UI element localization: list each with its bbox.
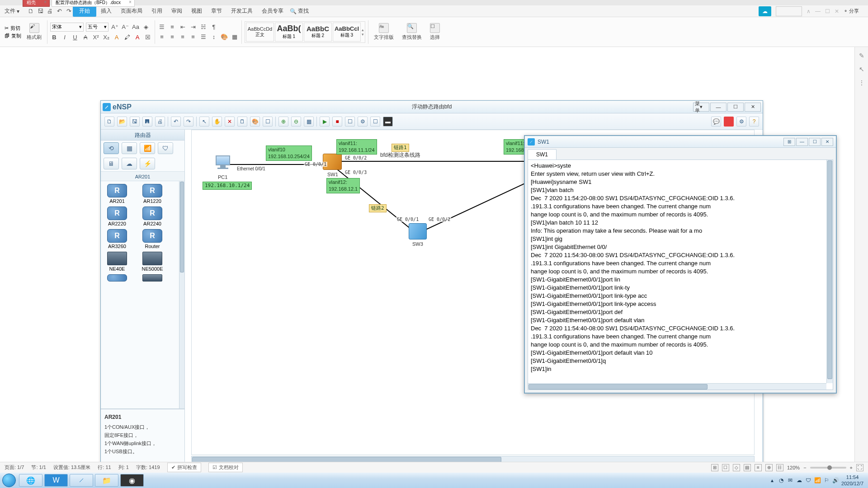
tab-insert[interactable]: 插入: [96, 5, 116, 17]
tab-chapter[interactable]: 章节: [207, 5, 226, 17]
text-effect-button[interactable]: A: [113, 33, 121, 42]
tray-icon[interactable]: ⚐: [823, 477, 830, 483]
char-border-button[interactable]: ☒: [144, 33, 152, 42]
doc-tab-red[interactable]: 稻壳×: [23, 0, 50, 7]
spellcheck-button[interactable]: ✔拼写检查: [167, 463, 201, 472]
tab-review[interactable]: 审阅: [167, 5, 187, 17]
tray-icon[interactable]: 🛡: [805, 477, 811, 483]
task-ensp[interactable]: ⟋: [70, 474, 93, 487]
find-replace-button[interactable]: 🔍查找替换: [399, 19, 425, 46]
cat-pc-icon[interactable]: 🖥: [104, 158, 119, 169]
align-right-icon[interactable]: ≡: [179, 33, 187, 41]
device-ar2220[interactable]: RAR2220: [104, 206, 131, 226]
font-family-select[interactable]: 宋体▾: [50, 23, 84, 32]
align-justify-icon[interactable]: ≡: [189, 33, 197, 41]
redo-icon[interactable]: ↷: [184, 117, 193, 127]
cut-button[interactable]: ✂剪切: [5, 25, 21, 32]
zoom-out-icon[interactable]: ⊖: [291, 117, 301, 127]
view-mode-icon[interactable]: ⊕: [765, 464, 773, 471]
toolbar-icon[interactable]: 🗋: [27, 7, 35, 15]
maximize-icon[interactable]: ☐: [727, 103, 744, 112]
italic-button[interactable]: I: [61, 33, 69, 42]
select-icon[interactable]: ↖: [858, 65, 866, 73]
share-button[interactable]: ⚬分享: [844, 8, 859, 14]
indent-icon[interactable]: ⇥: [189, 23, 197, 31]
file-menu[interactable]: 文件▾: [0, 7, 24, 15]
fullscreen-icon[interactable]: ⛶: [856, 464, 863, 471]
minimize-icon[interactable]: —: [815, 8, 821, 14]
zoom-out-button[interactable]: −: [803, 465, 806, 470]
palette-icon[interactable]: 🎨: [250, 117, 260, 127]
clear-format-icon[interactable]: ◈: [142, 23, 150, 31]
view-mode-icon[interactable]: ▤: [744, 464, 751, 471]
tray-up-icon[interactable]: ▴: [769, 477, 775, 483]
pin-icon[interactable]: ⊞: [783, 138, 795, 146]
settings-icon[interactable]: ⚙: [736, 117, 746, 127]
view-mode-icon[interactable]: ☐: [722, 464, 729, 471]
view-mode-icon[interactable]: ⊞: [711, 464, 718, 471]
tab-premium[interactable]: 会员专享: [257, 5, 288, 17]
cat-cloud-icon[interactable]: ☁: [122, 158, 137, 169]
scroll-thumb[interactable]: [827, 160, 832, 379]
stop-icon[interactable]: ■: [332, 117, 342, 127]
border-icon[interactable]: ▦: [231, 33, 239, 41]
tray-icon[interactable]: ☁: [796, 477, 802, 483]
doc-tab-active[interactable]: 配置浮动静态路由（BFD）.docx×: [52, 0, 135, 7]
scroll-thumb[interactable]: [180, 182, 184, 272]
style-normal[interactable]: AaBbCcDd正文: [246, 23, 274, 42]
cat-wlan-icon[interactable]: 📶: [140, 142, 155, 154]
tray-clock[interactable]: 11:542020/12/7: [841, 474, 863, 487]
device-ar2240[interactable]: RAR2240: [139, 206, 166, 226]
outdent-icon[interactable]: ⇤: [179, 23, 187, 31]
zoom-in-icon[interactable]: ⊕: [278, 117, 288, 127]
close-icon[interactable]: ✕: [835, 8, 839, 14]
style-heading1[interactable]: AaBb(标题 1: [275, 23, 303, 42]
number-list-icon[interactable]: ≡: [168, 23, 176, 31]
huawei-icon[interactable]: [724, 117, 734, 127]
slider-knob[interactable]: [827, 465, 832, 470]
device-sw3[interactable]: [409, 223, 427, 239]
toolbar-icon[interactable]: ↷: [65, 7, 73, 15]
device-partial[interactable]: [104, 274, 131, 282]
device-ne40e[interactable]: NE40E: [104, 252, 131, 272]
device-ne5000e[interactable]: NE5000E: [139, 252, 166, 272]
task-browser[interactable]: 🌐: [19, 474, 42, 487]
new-topo-icon[interactable]: 🗋: [104, 117, 114, 127]
bold-button[interactable]: B: [50, 33, 58, 42]
undo-icon[interactable]: ↶: [171, 117, 181, 127]
text-icon[interactable]: ☐: [263, 117, 273, 127]
cat-router-icon[interactable]: ⟲: [104, 142, 119, 154]
cat-link-icon[interactable]: ⚡: [140, 158, 155, 169]
collapse-ribbon-icon[interactable]: ∧: [807, 8, 811, 14]
device-ar3260[interactable]: RAR3260: [104, 229, 131, 249]
task-obs[interactable]: ◉: [120, 474, 144, 487]
align-center-icon[interactable]: ≡: [168, 33, 176, 41]
help-icon[interactable]: ?: [749, 117, 759, 127]
tray-icon[interactable]: ✉: [787, 477, 793, 483]
toolbar-icon[interactable]: ↶: [55, 7, 63, 15]
toolbar-icon[interactable]: 🖫: [36, 7, 44, 15]
save-as-icon[interactable]: 🖪: [142, 117, 152, 127]
tab-start[interactable]: 开始: [73, 5, 96, 17]
view-mode-icon[interactable]: ≡: [755, 464, 762, 471]
device-partial[interactable]: [139, 274, 166, 282]
change-case-icon[interactable]: Aa: [132, 23, 140, 31]
view-mode-icon[interactable]: ◇: [733, 464, 740, 471]
cat-firewall-icon[interactable]: 🛡: [158, 142, 173, 154]
misc-icon[interactable]: ☐: [370, 117, 380, 127]
style-more[interactable]: ▴▾: [362, 28, 364, 37]
underline-button[interactable]: U: [71, 33, 79, 42]
cloud-button[interactable]: ☁: [759, 6, 771, 16]
hscrollbar[interactable]: [528, 383, 826, 389]
tab-reference[interactable]: 引用: [147, 5, 167, 17]
toolbar-icon[interactable]: 🖨: [46, 7, 54, 15]
tab-devtool[interactable]: 开发工具: [226, 5, 257, 17]
align-left-icon[interactable]: ≡: [158, 33, 166, 41]
subscript-button[interactable]: X₂: [102, 33, 110, 42]
style-heading3[interactable]: AaBbCcI标题 3: [333, 23, 361, 42]
tool-icon[interactable]: ✎: [858, 52, 866, 60]
device-ar201[interactable]: RAR201: [104, 184, 131, 204]
more-icon[interactable]: ⋮: [858, 79, 866, 87]
task-explorer[interactable]: 📁: [95, 474, 118, 487]
show-marks-icon[interactable]: ¶: [210, 23, 218, 31]
